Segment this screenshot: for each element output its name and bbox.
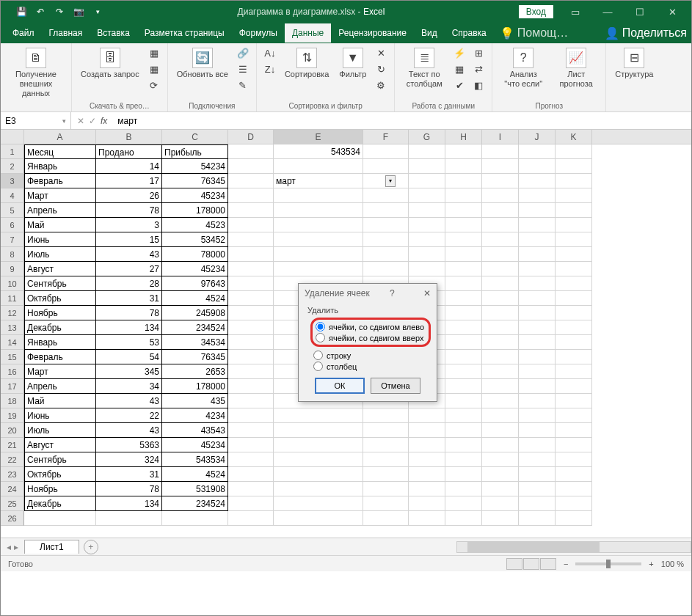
zoom-out-button[interactable]: − bbox=[564, 560, 568, 568]
forecast-sheet-button[interactable]: 📈 Лист прогноза bbox=[553, 46, 600, 90]
cell-C3[interactable]: 76345 bbox=[162, 174, 228, 188]
cell-F21[interactable] bbox=[363, 438, 409, 452]
column-header-A[interactable]: A bbox=[24, 130, 96, 144]
maximize-icon[interactable]: ☐ bbox=[625, 1, 655, 23]
cell-D11[interactable] bbox=[228, 291, 274, 306]
cell-K6[interactable] bbox=[556, 218, 592, 232]
cell-A5[interactable]: Апрель bbox=[24, 203, 96, 218]
relationships-button[interactable]: ⇄ bbox=[471, 62, 486, 77]
cell-J25[interactable] bbox=[519, 496, 556, 511]
cell-K14[interactable] bbox=[556, 335, 592, 350]
cell-H5[interactable] bbox=[445, 203, 482, 218]
cell-K19[interactable] bbox=[556, 408, 592, 423]
scrollbar-thumb[interactable] bbox=[467, 542, 600, 552]
cell-F6[interactable] bbox=[363, 218, 409, 232]
cell-G4[interactable] bbox=[409, 188, 445, 203]
cell-B10[interactable]: 28 bbox=[96, 276, 162, 291]
cell-H4[interactable] bbox=[445, 188, 482, 203]
cell-G26[interactable] bbox=[409, 511, 445, 526]
cell-A14[interactable]: Январь bbox=[24, 335, 96, 350]
cell-B23[interactable]: 31 bbox=[96, 467, 162, 482]
cell-E26[interactable] bbox=[274, 511, 363, 526]
row-header[interactable]: 2 bbox=[1, 159, 24, 174]
cell-H11[interactable] bbox=[445, 291, 482, 306]
cell-J16[interactable] bbox=[519, 364, 556, 379]
cell-D14[interactable] bbox=[228, 335, 274, 350]
advanced-button[interactable]: ⚙ bbox=[374, 78, 388, 93]
cell-B9[interactable]: 27 bbox=[96, 262, 162, 276]
cell-J26[interactable] bbox=[519, 511, 556, 526]
cell-A18[interactable]: Май bbox=[24, 394, 96, 408]
cell-J17[interactable] bbox=[519, 379, 556, 394]
cell-A26[interactable] bbox=[24, 511, 96, 526]
cell-H7[interactable] bbox=[445, 232, 482, 247]
cell-F7[interactable] bbox=[363, 232, 409, 247]
cell-G7[interactable] bbox=[409, 232, 445, 247]
cell-A20[interactable]: Июль bbox=[24, 423, 96, 438]
cell-E8[interactable] bbox=[274, 247, 363, 262]
cell-G9[interactable] bbox=[409, 262, 445, 276]
cell-K15[interactable] bbox=[556, 350, 592, 364]
cell-K1[interactable] bbox=[556, 144, 592, 159]
cell-F25[interactable] bbox=[363, 496, 409, 511]
cell-I20[interactable] bbox=[482, 423, 519, 438]
cell-K23[interactable] bbox=[556, 467, 592, 482]
cell-J2[interactable] bbox=[519, 159, 556, 174]
cell-J6[interactable] bbox=[519, 218, 556, 232]
cell-A25[interactable]: Декабрь bbox=[24, 496, 96, 511]
cell-E21[interactable] bbox=[274, 438, 363, 452]
cell-J19[interactable] bbox=[519, 408, 556, 423]
data-validation-button[interactable]: ✔ bbox=[452, 78, 467, 93]
cell-F8[interactable] bbox=[363, 247, 409, 262]
cell-J14[interactable] bbox=[519, 335, 556, 350]
row-header[interactable]: 16 bbox=[1, 364, 24, 379]
cell-E23[interactable] bbox=[274, 467, 363, 482]
cell-G24[interactable] bbox=[409, 482, 445, 496]
cell-J8[interactable] bbox=[519, 247, 556, 262]
cell-J10[interactable] bbox=[519, 276, 556, 291]
recent-sources-button[interactable]: ⟳ bbox=[147, 78, 161, 93]
enter-formula-icon[interactable]: ✓ bbox=[89, 116, 96, 126]
cell-C16[interactable]: 2653 bbox=[162, 364, 228, 379]
cell-I9[interactable] bbox=[482, 262, 519, 276]
cancel-button[interactable]: Отмена bbox=[371, 378, 420, 394]
add-sheet-button[interactable]: + bbox=[84, 540, 98, 554]
cell-C25[interactable]: 234524 bbox=[162, 496, 228, 511]
cell-F2[interactable] bbox=[363, 159, 409, 174]
cell-I12[interactable] bbox=[482, 306, 519, 320]
cell-J18[interactable] bbox=[519, 394, 556, 408]
cell-B25[interactable]: 134 bbox=[96, 496, 162, 511]
cell-D18[interactable] bbox=[228, 394, 274, 408]
cell-C1[interactable]: Прибыль bbox=[162, 144, 228, 159]
cell-K9[interactable] bbox=[556, 262, 592, 276]
row-header[interactable]: 12 bbox=[1, 306, 24, 320]
camera-icon[interactable]: 📷 bbox=[73, 6, 84, 18]
cell-G22[interactable] bbox=[409, 452, 445, 467]
cell-G2[interactable] bbox=[409, 159, 445, 174]
row-header[interactable]: 26 bbox=[1, 511, 24, 526]
connections-button[interactable]: 🔗 bbox=[236, 46, 250, 61]
minimize-icon[interactable]: — bbox=[593, 1, 622, 23]
cell-J24[interactable] bbox=[519, 482, 556, 496]
cell-C5[interactable]: 178000 bbox=[162, 203, 228, 218]
tab-insert[interactable]: Вставка bbox=[90, 23, 137, 43]
cell-I11[interactable] bbox=[482, 291, 519, 306]
radio-shift-left[interactable]: ячейки, со сдвигом влево bbox=[316, 321, 426, 332]
cell-A21[interactable]: Август bbox=[24, 438, 96, 452]
cell-G20[interactable] bbox=[409, 423, 445, 438]
cell-B18[interactable]: 43 bbox=[96, 394, 162, 408]
cell-H19[interactable] bbox=[445, 408, 482, 423]
cell-H1[interactable] bbox=[445, 144, 482, 159]
formula-input[interactable]: март bbox=[113, 116, 691, 126]
close-dialog-icon[interactable]: ✕ bbox=[423, 288, 431, 298]
get-external-data-button[interactable]: 🗎 Получение внешних данных bbox=[7, 46, 65, 100]
cell-C13[interactable]: 234524 bbox=[162, 320, 228, 335]
cell-E3[interactable]: март bbox=[274, 174, 363, 188]
cell-I13[interactable] bbox=[482, 320, 519, 335]
data-model-button[interactable]: ◧ bbox=[471, 78, 486, 93]
cell-H17[interactable] bbox=[445, 379, 482, 394]
cell-K10[interactable] bbox=[556, 276, 592, 291]
login-button[interactable]: Вход bbox=[519, 5, 553, 18]
sort-asc-button[interactable]: A↓ bbox=[263, 46, 277, 61]
cell-D24[interactable] bbox=[228, 482, 274, 496]
